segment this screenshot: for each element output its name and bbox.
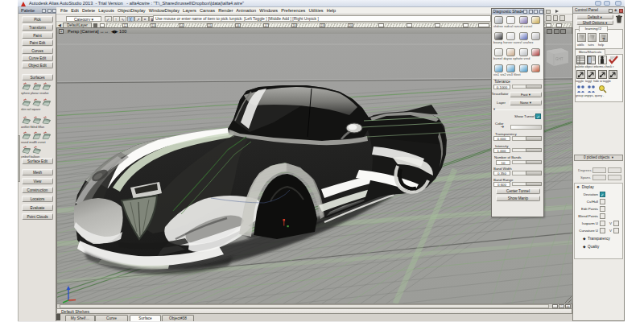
svg-text:GHT: GHT: [555, 57, 564, 61]
